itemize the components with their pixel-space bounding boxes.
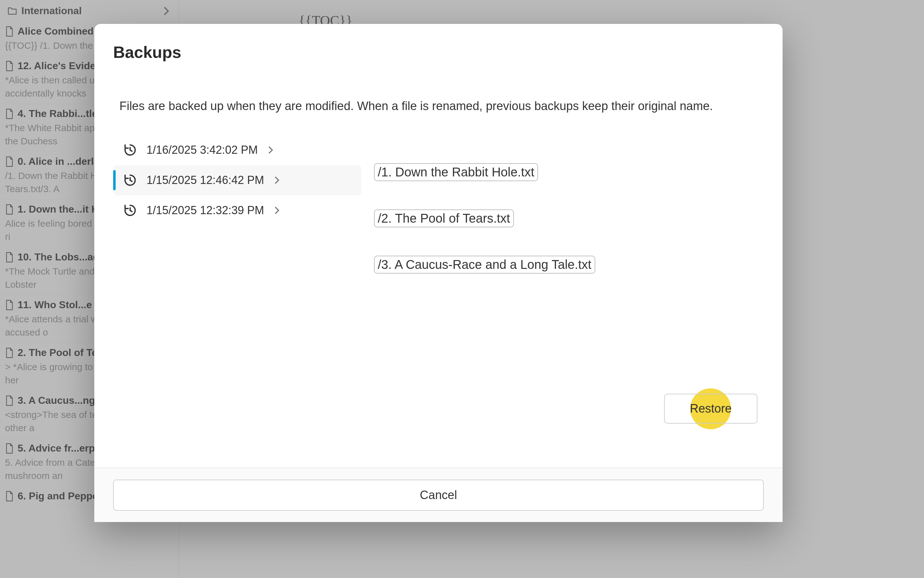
restore-button[interactable]: Restore — [664, 394, 757, 424]
backup-timestamp: 1/15/2025 12:46:42 PM — [146, 174, 264, 187]
dialog-title: Backups — [113, 43, 757, 62]
dialog-header: Backups — [94, 24, 783, 74]
chevron-right-icon — [274, 206, 280, 215]
backup-file[interactable]: /2. The Pool of Tears.txt — [374, 209, 514, 227]
backup-list: 1/16/2025 3:42:02 PM1/15/2025 12:46:42 P… — [113, 135, 361, 455]
backup-timestamp: 1/16/2025 3:42:02 PM — [146, 143, 258, 157]
backup-timestamp: 1/15/2025 12:32:39 PM — [146, 204, 264, 217]
dialog-body: Files are backed up when they are modifi… — [94, 74, 783, 468]
history-icon — [123, 203, 138, 218]
backup-file[interactable]: /1. Down the Rabbit Hole.txt — [374, 163, 538, 181]
chevron-right-icon — [274, 176, 280, 185]
backup-row[interactable]: 1/15/2025 12:32:39 PM — [113, 195, 361, 226]
chevron-right-icon — [268, 146, 273, 154]
history-icon — [123, 143, 138, 157]
cancel-button[interactable]: Cancel — [113, 480, 764, 511]
backup-row[interactable]: 1/16/2025 3:42:02 PM — [113, 135, 361, 165]
dialog-footer: Cancel — [94, 468, 783, 522]
history-icon — [123, 173, 138, 188]
dialog-description: Files are backed up when they are modifi… — [113, 99, 764, 113]
backups-dialog: Backups Files are backed up when they ar… — [94, 24, 783, 522]
file-list-panel: /1. Down the Rabbit Hole.txt/2. The Pool… — [374, 135, 764, 455]
backup-row[interactable]: 1/15/2025 12:46:42 PM — [113, 165, 361, 195]
backup-file[interactable]: /3. A Caucus-Race and a Long Tale.txt — [374, 256, 595, 274]
